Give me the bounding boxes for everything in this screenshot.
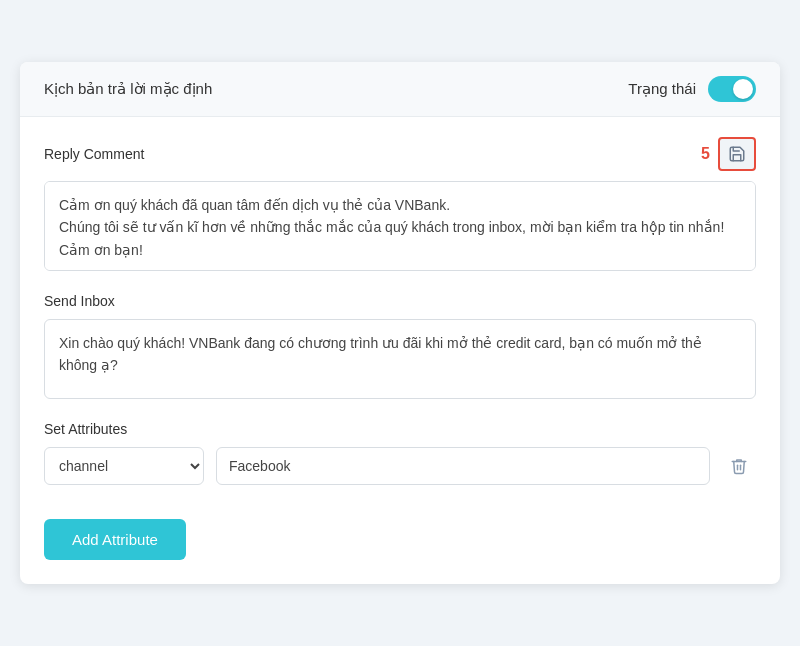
delete-attribute-button[interactable] — [722, 449, 756, 483]
badge-save-group: 5 — [701, 137, 756, 171]
trash-icon — [730, 457, 748, 475]
save-button[interactable] — [718, 137, 756, 171]
status-label: Trạng thái — [628, 80, 696, 98]
attributes-row: channel source medium campaign — [44, 447, 756, 485]
send-inbox-textarea[interactable]: Xin chào quý khách! VNBank đang có chươn… — [44, 319, 756, 399]
add-attribute-button[interactable]: Add Attribute — [44, 519, 186, 560]
attribute-select[interactable]: channel source medium campaign — [44, 447, 204, 485]
send-inbox-label: Send Inbox — [44, 293, 115, 309]
floppy-disk-icon — [728, 145, 746, 163]
header-right: Trạng thái — [628, 76, 756, 102]
status-toggle[interactable] — [708, 76, 756, 102]
send-inbox-section: Send Inbox Xin chào quý khách! VNBank đa… — [44, 293, 756, 403]
page-title: Kịch bản trả lời mặc định — [44, 80, 212, 98]
card-header: Kịch bản trả lời mặc định Trạng thái — [20, 62, 780, 117]
set-attributes-section: Set Attributes channel source medium cam… — [44, 421, 756, 485]
reply-comment-section: Reply Comment 5 Cảm ơn quý khách đã quan… — [44, 137, 756, 275]
card-body: Reply Comment 5 Cảm ơn quý khách đã quan… — [20, 117, 780, 584]
set-attributes-header: Set Attributes — [44, 421, 756, 437]
main-card: Kịch bản trả lời mặc định Trạng thái Rep… — [20, 62, 780, 584]
reply-badge-number: 5 — [701, 145, 710, 163]
set-attributes-label: Set Attributes — [44, 421, 127, 437]
attribute-value-input[interactable] — [216, 447, 710, 485]
reply-comment-label: Reply Comment — [44, 146, 144, 162]
send-inbox-header: Send Inbox — [44, 293, 756, 309]
reply-comment-textarea[interactable]: Cảm ơn quý khách đã quan tâm đến dịch vụ… — [44, 181, 756, 271]
reply-comment-header: Reply Comment 5 — [44, 137, 756, 171]
